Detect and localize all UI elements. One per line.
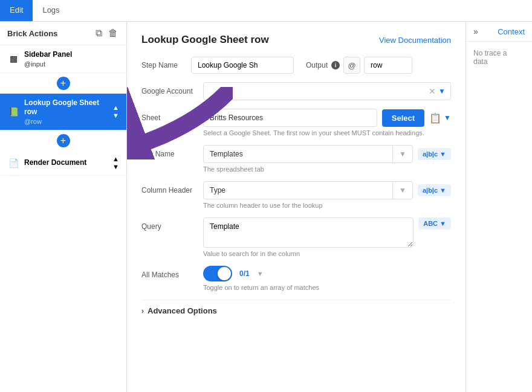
center-wrapper: Lookup Google Sheet row View Documentati… [127,22,465,392]
toggle-row: 0/1 ▼ [203,266,451,281]
sheet-select-row: Britts Resources Select 📋 ▼ [203,109,451,127]
step-name-label: Step Name [141,61,185,69]
delete-button[interactable]: 🗑 [107,27,119,40]
advanced-chevron: › [141,307,144,315]
google-account-input[interactable] [204,83,424,100]
view-docs-link[interactable]: View Documentation [379,36,451,45]
sidebar-header-title: Brick Actions [7,29,57,38]
sidebar-header: Brick Actions ⧉ 🗑 [0,22,126,45]
add-brick-button-2[interactable]: + [57,134,70,147]
no-trace-text: No trace a [473,49,507,57]
sheet-dropdown-button[interactable]: ▼ [444,114,451,122]
toggle-dropdown-arrow[interactable]: ▼ [257,270,264,277]
toggle-knob [218,267,231,280]
lookup-google-sheet-icon: 📗 [7,106,19,118]
sheet-copy-icon[interactable]: 📋 [429,112,441,124]
context-title: Context [498,27,525,36]
query-hint: Value to search for in the column [203,250,451,257]
tab-name-dropdown-arrow[interactable]: ▼ [392,146,412,162]
sidebar-item-sidebar-panel[interactable]: ▦ Sidebar Panel @input [0,45,126,73]
tab-bar: Edit Logs [0,0,532,22]
render-move-up-button[interactable]: ▲ [112,156,119,162]
panel-header: Lookup Google Sheet row View Documentati… [141,34,451,46]
step-name-input[interactable] [191,57,294,74]
column-header-row: Column Header Type ▼ a|b|c ▼ The column … [141,181,451,209]
column-header-dropdown[interactable]: Type ▼ [203,181,413,199]
sheet-hint: Select a Google Sheet. The first row in … [203,129,451,137]
tab-name-row: Tab Name Templates ▼ a|b|c ▼ The spreads… [141,145,451,173]
move-up-button[interactable]: ▲ [112,104,119,111]
sidebar-item-lookup-content: Lookup Google Sheet row @row [24,98,108,125]
select-sheet-button[interactable]: Select [382,109,424,127]
google-account-label: Google Account [141,82,196,95]
no-trace-text-2: data [473,57,487,66]
column-header-hint: The column header to use for the lookup [203,202,451,209]
clear-account-button[interactable]: ✕ [429,86,436,96]
sidebar-item-render-title: Render Document [24,158,108,168]
sidebar-item-render-document[interactable]: 📄 Render Document ▲ ▼ [0,151,126,176]
query-row: Query Template ABC ▼ Value to search for… [141,217,451,257]
sidebar-item-render-content: Render Document [24,158,108,168]
sidebar-item-lookup-sub: @row [24,118,108,125]
column-header-value: Type [204,182,392,199]
sidebar-item-sidebar-panel-content: Sidebar Panel @input [24,50,119,68]
tab-logs[interactable]: Logs [33,0,69,21]
all-matches-label: All Matches [141,266,196,279]
add-button-row-2: + [0,130,126,151]
tab-name-label: Tab Name [141,145,196,158]
center-panel: Lookup Google Sheet row View Documentati… [127,22,465,392]
right-sidebar: » Context No trace a data [465,22,532,392]
expand-icon[interactable]: » [473,27,478,36]
sidebar-header-actions: ⧉ 🗑 [94,27,119,40]
sidebar-item-arrows: ▲ ▼ [112,104,119,119]
move-down-button[interactable]: ▼ [112,112,119,119]
column-header-control: Type ▼ a|b|c ▼ The column header to use … [203,181,451,209]
toggle-track [203,266,232,281]
query-control: Template ABC ▼ Value to search for in th… [203,217,451,257]
right-sidebar-header: » Context [466,22,532,42]
copy-button[interactable]: ⧉ [94,27,103,40]
output-info-icon[interactable]: i [331,61,340,69]
all-matches-row: All Matches 0/1 ▼ Toggle on to return an [141,266,451,291]
toggle-value-badge[interactable]: 0/1 [239,269,250,278]
all-matches-control: 0/1 ▼ Toggle on to return an array of ma… [203,266,451,291]
sidebar-panel-icon: ▦ [7,53,19,65]
tab-name-type-badge[interactable]: a|b|c ▼ [418,148,451,160]
query-label: Query [141,217,196,231]
output-label: Output [306,61,328,69]
tab-name-dropdown[interactable]: Templates ▼ [203,145,413,163]
column-header-dropdown-arrow[interactable]: ▼ [392,182,412,199]
output-section: Output i @ [306,57,412,74]
render-move-down-button[interactable]: ▼ [112,164,119,170]
query-type-badge[interactable]: ABC ▼ [418,217,451,230]
column-header-label: Column Header [141,181,196,194]
query-input[interactable]: Template [203,217,414,248]
google-account-row: Google Account ✕ ▼ [141,82,451,100]
google-account-control: ✕ ▼ [203,82,451,100]
main-content: Brick Actions ⧉ 🗑 ▦ Sidebar Panel @input… [0,22,532,392]
sidebar-item-sidebar-panel-title: Sidebar Panel [24,50,119,60]
tab-name-hint: The spreadsheet tab [203,165,451,173]
sheet-icons: 📋 ▼ [429,112,451,124]
add-brick-button-1[interactable]: + [57,77,70,90]
account-dropdown-button[interactable]: ▼ [438,87,446,95]
sidebar-item-lookup-title: Lookup Google Sheet row [24,98,108,117]
output-value-input[interactable] [364,57,412,74]
panel-title: Lookup Google Sheet row [141,34,269,46]
all-matches-toggle[interactable] [203,266,232,281]
account-input-wrapper: ✕ ▼ [203,82,451,100]
tab-edit[interactable]: Edit [0,0,33,21]
advanced-toggle[interactable]: › Advanced Options [141,306,451,315]
add-button-row-1: + [0,73,126,94]
sidebar: Brick Actions ⧉ 🗑 ▦ Sidebar Panel @input… [0,22,127,392]
sidebar-item-lookup-google-sheet[interactable]: 📗 Lookup Google Sheet row @row ▲ ▼ [0,94,126,130]
column-header-type-badge[interactable]: a|b|c ▼ [418,184,451,196]
render-item-arrows: ▲ ▼ [112,156,119,170]
render-document-icon: 📄 [7,157,19,169]
tab-name-value: Templates [204,146,392,162]
all-matches-hint: Toggle on to return an array of matches [203,284,451,291]
tab-name-control: Templates ▼ a|b|c ▼ The spreadsheet tab [203,145,451,173]
advanced-label: Advanced Options [148,306,217,315]
account-actions: ✕ ▼ [424,86,450,96]
sidebar-item-sidebar-panel-sub: @input [24,60,119,68]
